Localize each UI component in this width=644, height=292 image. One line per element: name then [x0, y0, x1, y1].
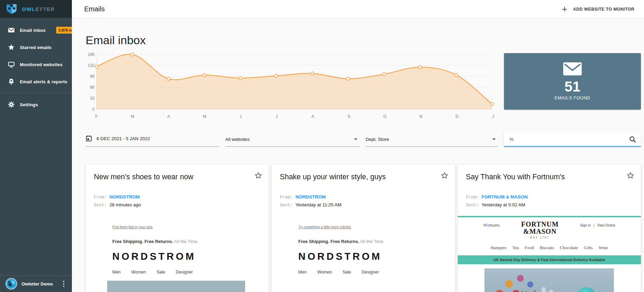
sidebar-item-label: Starred emails	[20, 45, 51, 50]
sender-link[interactable]: NORDSTROM	[295, 194, 326, 199]
star-icon	[8, 44, 15, 51]
date-range-picker[interactable]: 6 DEC 2021 - 5 JAN 2022	[86, 132, 219, 147]
sidebar-item-email-inbox[interactable]: Email inbox 2,876 new	[0, 22, 72, 39]
add-website-label: ADD WEBSITE TO MONITOR	[573, 7, 634, 12]
date-range-value: 6 DEC 2021 - 5 JAN 2022	[97, 136, 150, 141]
unread-count-badge: 2,876 new	[56, 27, 72, 34]
x-axis-tick: J	[492, 114, 494, 119]
email-subject[interactable]: Say Thank You with Fortnum's	[466, 173, 621, 181]
account-row[interactable]: Owletter Demo	[0, 275, 72, 292]
search-input[interactable]	[504, 137, 629, 142]
sent-label: Sent:	[94, 203, 107, 208]
chevron-down-icon	[354, 138, 357, 140]
website-filter-value: All websites	[225, 137, 250, 142]
y-axis-tick: 165	[88, 52, 94, 57]
nordstrom-logo: NORDSTROM	[112, 251, 269, 262]
x-axis-tick: J	[240, 114, 242, 119]
email-preview: #Fortnums FORTNUM &MASON EST 1707 Sign i…	[458, 216, 641, 292]
preview-tagline: Free Shipping. Free Returns. All the Tim…	[112, 239, 269, 244]
search-box	[504, 132, 641, 147]
x-axis-tick: O	[383, 114, 387, 119]
y-axis-tick: 0	[92, 107, 94, 112]
bell-plus-icon	[8, 78, 15, 85]
email-meta: From:NORDSTROM Sent:28 minutes ago	[94, 194, 261, 208]
x-axis-tick: N	[419, 114, 422, 119]
area-chart-canvas	[97, 52, 492, 112]
sidebar-item-monitored-websites[interactable]: Monitored websites	[0, 56, 72, 73]
sidebar-item-label: Email alerts & reports	[20, 79, 67, 84]
search-icon[interactable]	[629, 136, 636, 143]
chart-row: 0336699132165 FMAMJJASONDJ 51 EMAILS FOU…	[86, 52, 641, 120]
sidebar: OWLETTER Email inbox 2,876 new Starred e…	[0, 0, 72, 292]
est-text: EST 1707	[521, 236, 559, 239]
preview-nav: MenWomenSaleDesigner	[298, 270, 455, 275]
fortnum-header-links: Sign in | View Online	[580, 223, 615, 227]
email-cards-row: New men's shoes to wear now From:NORDSTR…	[86, 165, 641, 292]
fortnum-nav: HampersTeaFoodBiscuitsChocolateGiftsWine	[458, 239, 641, 255]
y-axis-tick: 66	[90, 85, 94, 90]
x-axis: FMAMJJASONDJ	[97, 112, 493, 120]
star-email-button[interactable]	[626, 171, 635, 181]
owletter-logo-icon	[6, 3, 17, 15]
email-card: New men's shoes to wear now From:NORDSTR…	[86, 165, 269, 292]
sidebar-item-label: Monitored websites	[20, 62, 63, 67]
sidebar-item-starred-emails[interactable]: Starred emails	[0, 39, 72, 56]
preview-link-text: Find them fast in your size.	[112, 225, 153, 229]
mail-icon	[8, 27, 15, 34]
monitor-icon	[8, 61, 15, 68]
x-axis-tick: S	[348, 114, 350, 119]
preview-hero-image: F&M	[484, 268, 614, 292]
x-axis-tick: F	[95, 114, 98, 119]
y-axis-tick: 99	[90, 74, 94, 79]
account-menu-kebab-icon[interactable]	[62, 279, 66, 288]
star-email-button[interactable]	[254, 171, 263, 181]
sidebar-item-email-alerts[interactable]: Email alerts & reports	[0, 73, 72, 90]
envelope-icon	[563, 62, 582, 75]
filter-bar: 6 DEC 2021 - 5 JAN 2022 All websites Dep…	[86, 132, 641, 147]
emails-found-label: EMAILS FOUND	[555, 95, 591, 100]
x-axis-tick: M	[203, 114, 206, 119]
sidebar-item-settings[interactable]: Settings	[0, 96, 72, 113]
sent-time: 28 minutes ago	[110, 202, 141, 207]
email-volume-chart: 0336699132165 FMAMJJASONDJ	[86, 52, 493, 120]
sidebar-item-label: Email inbox	[20, 28, 46, 33]
emails-found-count: 51	[565, 79, 581, 95]
email-meta: From:NORDSTROM Sent:Yesterday at 11:25 A…	[280, 194, 446, 208]
account-name: Owletter Demo	[22, 281, 57, 287]
x-axis-tick: A	[167, 114, 170, 119]
star-email-button[interactable]	[440, 171, 449, 181]
from-label: From:	[280, 195, 293, 200]
x-axis-tick: M	[131, 114, 134, 119]
main-area: Email inbox 0336699132165 FMAMJJASONDJ 5…	[72, 19, 644, 292]
sender-link[interactable]: NORDSTROM	[110, 194, 140, 199]
emails-found-card: 51 EMAILS FOUND	[504, 53, 641, 110]
category-filter-select[interactable]: Dept. Store	[366, 134, 498, 147]
sidebar-divider	[0, 93, 72, 93]
email-meta: From:FORTNUM & MASON Sent:Yesterday at 5…	[466, 194, 633, 208]
sender-link[interactable]: FORTNUM & MASON	[481, 194, 528, 199]
brand-name: OWLETTER	[22, 6, 55, 12]
email-subject[interactable]: Shake up your winter style, guys	[280, 173, 435, 181]
hashtag: #Fortnums	[483, 223, 500, 227]
page-title: Emails	[84, 5, 105, 13]
email-subject[interactable]: New men's shoes to wear now	[94, 173, 249, 181]
topbar: Emails ADD WEBSITE TO MONITOR	[72, 0, 644, 19]
from-label: From:	[466, 195, 479, 200]
add-website-button[interactable]: ADD WEBSITE TO MONITOR	[559, 3, 636, 15]
email-preview: Try something a little more colorful. Fr…	[272, 216, 455, 281]
sign-in-link: Sign in	[580, 223, 591, 227]
sent-time: Yesterday at 11:25 AM	[295, 202, 341, 207]
website-filter-select[interactable]: All websites	[225, 134, 359, 147]
avatar	[5, 278, 17, 290]
nordstrom-logo: NORDSTROM	[298, 251, 455, 262]
y-axis-tick: 33	[90, 96, 94, 101]
fortnum-logo: FORTNUM &MASON EST 1707	[521, 221, 559, 239]
gear-icon	[8, 101, 15, 108]
chevron-down-icon	[492, 138, 496, 140]
calendar-icon	[86, 135, 92, 142]
preview-hero-image	[107, 281, 269, 292]
brand-header: OWLETTER	[0, 0, 72, 18]
y-axis-tick: 132	[88, 63, 94, 68]
view-online-link: View Online	[597, 223, 615, 227]
preview-tagline: Free Shipping. Free Returns. All the Tim…	[298, 239, 455, 244]
